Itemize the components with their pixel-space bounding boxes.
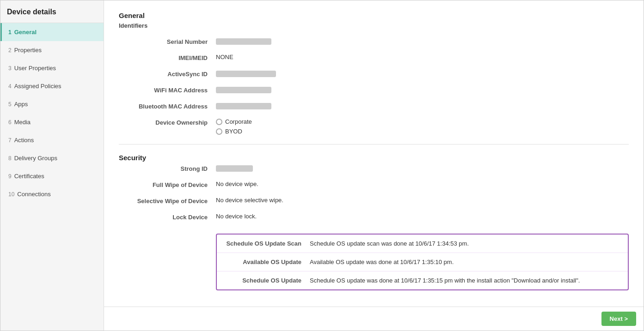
strong-id-redacted <box>216 165 253 172</box>
full-wipe-label: Full Wipe of Device <box>119 181 216 188</box>
sidebar-item-num-4: 4 <box>8 83 12 90</box>
sidebar-item-num-6: 6 <box>8 119 12 126</box>
wifi-value <box>216 86 629 93</box>
byod-label: BYOD <box>225 128 242 135</box>
next-button[interactable]: Next > <box>601 312 636 326</box>
sidebar-item-num-9: 9 <box>8 173 12 180</box>
imei-label: IMEI/MEID <box>119 54 216 61</box>
schedule-os-scan-row: Schedule OS Update Scan Schedule OS upda… <box>217 235 628 253</box>
sidebar-item-num-3: 3 <box>8 65 12 72</box>
sidebar-item-label-9: Certificates <box>14 173 44 180</box>
general-title: General <box>119 12 629 19</box>
bluetooth-value <box>216 102 629 109</box>
selective-wipe-label: Selective Wipe of Device <box>119 197 216 205</box>
sidebar-item-label-7: Actions <box>14 137 34 144</box>
ownership-byod-row[interactable]: BYOD <box>216 128 629 135</box>
selective-wipe-value: No device selective wipe. <box>216 197 629 204</box>
serial-number-value <box>216 37 629 45</box>
activesync-row: ActiveSync ID <box>119 70 629 78</box>
ownership-radio-group: Corporate BYOD <box>216 118 629 135</box>
ownership-row: Device Ownership Corporate BYOD <box>119 118 629 135</box>
ownership-value: Corporate BYOD <box>216 118 629 135</box>
sidebar-title: Device details <box>0 0 104 23</box>
lock-device-label: Lock Device <box>119 213 216 221</box>
sidebar-item-connections[interactable]: 10 Connections <box>0 185 104 203</box>
sidebar-item-label-6: Media <box>14 119 31 126</box>
sidebar-item-assigned-policies[interactable]: 4 Assigned Policies <box>0 77 104 95</box>
imei-row: IMEI/MEID NONE <box>119 54 629 61</box>
sidebar-item-user-properties[interactable]: 3 User Properties <box>0 59 104 77</box>
full-wipe-row: Full Wipe of Device No device wipe. <box>119 181 629 188</box>
schedule-os-update-value: Schedule OS update was done at 10/6/17 1… <box>310 277 620 284</box>
corporate-label: Corporate <box>225 118 252 125</box>
bluetooth-label: Bluetooth MAC Address <box>119 102 216 110</box>
schedule-os-update-label: Schedule OS Update <box>224 277 310 284</box>
wifi-row: WiFi MAC Address <box>119 86 629 94</box>
activesync-value <box>216 70 629 77</box>
sidebar-item-apps[interactable]: 5 Apps <box>0 95 104 113</box>
ownership-label: Device Ownership <box>119 118 216 126</box>
sidebar-item-certificates[interactable]: 9 Certificates <box>0 167 104 185</box>
sidebar-item-label-8: Delivery Groups <box>14 155 57 162</box>
serial-number-row: Serial Number <box>119 37 629 45</box>
sidebar: Device details 1 General 2 Properties 3 … <box>0 0 104 331</box>
sidebar-item-num-10: 10 <box>8 191 14 198</box>
selective-wipe-row: Selective Wipe of Device No device selec… <box>119 197 629 205</box>
imei-value: NONE <box>216 54 629 60</box>
sidebar-item-num-2: 2 <box>8 47 12 54</box>
sidebar-item-num-5: 5 <box>8 101 12 108</box>
sidebar-item-label-5: Apps <box>14 101 28 108</box>
sidebar-item-general[interactable]: 1 General <box>0 23 104 41</box>
sidebar-item-num-1: 1 <box>8 29 12 36</box>
available-os-update-value: Available OS update was done at 10/6/17 … <box>310 259 620 265</box>
section-divider <box>119 144 629 144</box>
strong-id-value <box>216 164 629 172</box>
bluetooth-row: Bluetooth MAC Address <box>119 102 629 110</box>
sidebar-item-actions[interactable]: 7 Actions <box>0 131 104 149</box>
schedule-os-scan-value: Schedule OS update scan was done at 10/6… <box>310 240 620 247</box>
full-wipe-value: No device wipe. <box>216 181 629 187</box>
sidebar-item-label-2: Properties <box>14 47 42 54</box>
sidebar-item-num-8: 8 <box>8 155 12 162</box>
corporate-radio[interactable] <box>216 119 222 125</box>
wifi-redacted <box>216 87 271 93</box>
schedule-os-update-row: Schedule OS Update Schedule OS update wa… <box>217 271 628 289</box>
sidebar-item-delivery-groups[interactable]: 8 Delivery Groups <box>0 149 104 167</box>
lock-device-row: Lock Device No device lock. <box>119 213 629 221</box>
strong-id-row: Strong ID <box>119 164 629 172</box>
schedule-os-scan-label: Schedule OS Update Scan <box>224 240 310 247</box>
main-content: General Identifiers Serial Number IMEI/M… <box>104 0 644 307</box>
wifi-label: WiFi MAC Address <box>119 86 216 94</box>
identifiers-subtitle: Identifiers <box>119 22 629 29</box>
security-title: Security <box>119 154 629 162</box>
ownership-corporate-row[interactable]: Corporate <box>216 118 629 125</box>
available-os-update-label: Available OS Update <box>224 259 310 265</box>
sidebar-item-media[interactable]: 6 Media <box>0 113 104 131</box>
serial-number-redacted <box>216 38 271 45</box>
sidebar-item-label-4: Assigned Policies <box>14 83 61 90</box>
footer: Next > <box>104 307 644 331</box>
sidebar-item-label-3: User Properties <box>14 65 56 72</box>
activesync-label: ActiveSync ID <box>119 70 216 78</box>
bluetooth-redacted <box>216 103 271 109</box>
os-update-highlight-box: Schedule OS Update Scan Schedule OS upda… <box>216 234 629 290</box>
activesync-redacted <box>216 71 276 77</box>
byod-radio[interactable] <box>216 128 222 135</box>
sidebar-item-properties[interactable]: 2 Properties <box>0 41 104 59</box>
available-os-update-row: Available OS Update Available OS update … <box>217 253 628 271</box>
sidebar-item-label-10: Connections <box>17 191 50 198</box>
strong-id-label: Strong ID <box>119 164 216 172</box>
lock-device-value: No device lock. <box>216 213 629 220</box>
sidebar-item-label-1: General <box>14 29 37 36</box>
sidebar-item-num-7: 7 <box>8 137 12 144</box>
serial-number-label: Serial Number <box>119 37 216 45</box>
